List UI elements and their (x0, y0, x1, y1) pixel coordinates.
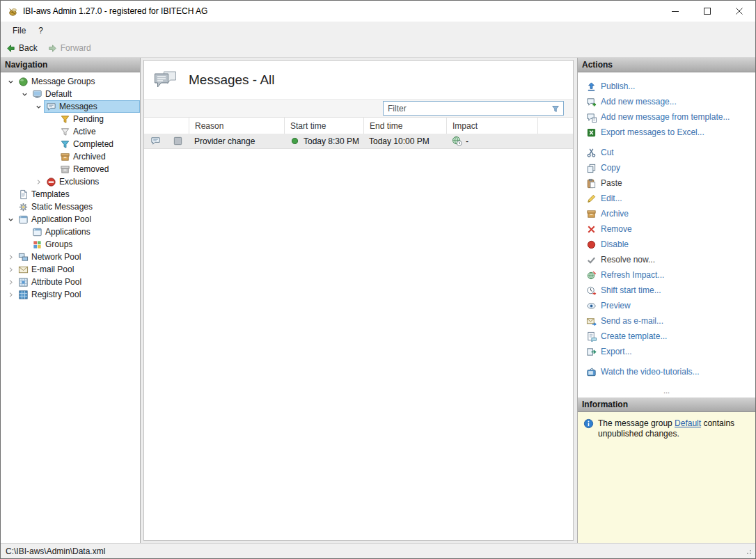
menu-help[interactable]: ? (32, 22, 49, 39)
action-edit[interactable]: Edit... (586, 191, 755, 206)
resize-grip-icon[interactable] (745, 548, 752, 555)
tree-item-templates[interactable]: Templates (5, 188, 140, 200)
tree-item-label: Archived (73, 152, 106, 162)
action-send-as-e-mail[interactable]: Send as e-mail... (586, 313, 755, 329)
tree-item-active[interactable]: Active (5, 125, 140, 138)
filter-strip (144, 99, 573, 118)
action-preview[interactable]: Preview (586, 298, 755, 313)
close-button[interactable] (723, 1, 755, 22)
chevron-right-icon[interactable] (5, 278, 16, 286)
filter-completed-icon (60, 139, 70, 150)
application-pool-icon (18, 214, 29, 225)
export-excel-icon (586, 127, 597, 138)
chevron-right-icon[interactable] (5, 291, 16, 299)
tree-item-completed[interactable]: Completed (5, 138, 140, 150)
add-message-icon (586, 97, 597, 107)
menubar: File ? (1, 22, 755, 39)
start-time-value: Today 8:30 PM (304, 136, 359, 146)
archive-box-icon (60, 152, 70, 162)
maximize-button[interactable] (691, 1, 723, 22)
tree-item-application-pool[interactable]: Application Pool (5, 213, 140, 226)
action-refresh-impact[interactable]: Refresh Impact... (586, 267, 755, 283)
filter-funnel-icon[interactable] (551, 104, 560, 113)
table-body: Provider changeToday 8:30 PMToday 10:00 … (144, 134, 573, 149)
filter-input[interactable] (384, 104, 551, 113)
message-row[interactable]: Provider changeToday 8:30 PMToday 10:00 … (144, 134, 573, 149)
chevron-right-icon[interactable] (33, 178, 44, 186)
back-button[interactable]: Back (6, 43, 38, 54)
remove-icon (586, 224, 597, 235)
chevron-down-icon[interactable] (5, 216, 16, 223)
registry-pool-icon (18, 290, 29, 300)
action-cut[interactable]: Cut (586, 145, 755, 160)
tree-item-label: Active (73, 127, 96, 136)
display-icon (173, 136, 183, 146)
minimize-button[interactable] (659, 1, 691, 22)
tree-item-label: Templates (31, 189, 70, 199)
tree-item-archived[interactable]: Archived (5, 150, 140, 163)
tree-item-content: E-mail Pool (16, 263, 140, 276)
chevron-right-icon[interactable] (5, 266, 16, 274)
tree-item-default[interactable]: Default (5, 88, 140, 100)
action-copy[interactable]: Copy (586, 160, 755, 175)
chevron-down-icon[interactable] (19, 90, 30, 98)
tree-item-applications[interactable]: Applications (5, 226, 140, 238)
window-controls (659, 1, 755, 22)
tree-item-registry-pool[interactable]: Registry Pool (5, 288, 140, 301)
tree-item-static-messages[interactable]: Static Messages (5, 200, 140, 213)
tree-item-exclusions[interactable]: Exclusions (5, 175, 140, 188)
impact-value: - (466, 136, 468, 146)
action-export[interactable]: Export... (586, 344, 755, 359)
tree-item-pending[interactable]: Pending (5, 113, 140, 125)
action-label: Remove (601, 224, 632, 234)
chevron-right-icon[interactable] (5, 253, 16, 261)
back-button-label: Back (19, 43, 38, 53)
tree-item-label: Applications (45, 227, 90, 237)
chevron-down-icon[interactable] (33, 103, 44, 111)
tree-item-label: Attribute Pool (31, 277, 81, 287)
action-shift-start-time[interactable]: Shift start time... (586, 283, 755, 298)
tree-item-label: Removed (73, 164, 109, 174)
action-create-template[interactable]: Create template... (586, 329, 755, 344)
action-resolve-now[interactable]: Resolve now... (586, 252, 755, 267)
titlebar: IBI-aws Admin 1.27.0 - registered for IB… (1, 1, 755, 22)
filter-pending-icon (60, 114, 70, 125)
tree-item-network-pool[interactable]: Network Pool (5, 251, 140, 263)
content-area: Messages - All ReasonStart timeEnd timeI… (141, 58, 577, 543)
information-header: Information (578, 397, 755, 412)
tree-item-attribute-pool[interactable]: Attribute Pool (5, 276, 140, 288)
action-watch-the-video-tutorials[interactable]: Watch the video-tutorials... (586, 364, 755, 379)
start-time-cell: Today 8:30 PM (284, 136, 363, 146)
column-header-impact[interactable]: Impact (446, 118, 537, 134)
chevron-down-icon[interactable] (5, 78, 16, 86)
actions-overflow-indicator[interactable]: ... (578, 388, 755, 397)
attribute-pool-icon (18, 277, 29, 288)
action-add-new-message[interactable]: Add new message... (586, 94, 755, 109)
menu-file[interactable]: File (6, 22, 32, 39)
action-export-messages-to-excel[interactable]: Export messages to Excel... (586, 125, 755, 140)
action-disable[interactable]: Disable (586, 237, 755, 252)
column-header-start-time[interactable]: Start time (284, 118, 363, 134)
action-remove[interactable]: Remove (586, 221, 755, 237)
action-publish[interactable]: Publish... (586, 79, 755, 94)
forward-button[interactable]: Forward (47, 43, 91, 54)
disable-icon (586, 239, 597, 250)
tree-item-message-groups[interactable]: Message Groups (5, 75, 140, 88)
message-target-cell (166, 136, 189, 146)
applications-icon (32, 227, 42, 237)
tree-item-e-mail-pool[interactable]: E-mail Pool (5, 263, 140, 276)
tree-item-removed[interactable]: Removed (5, 163, 140, 175)
action-add-new-message-from-template[interactable]: Add new message from template... (586, 109, 755, 125)
column-header-reason[interactable]: Reason (189, 118, 284, 134)
action-label: Paste (601, 178, 622, 188)
app-logo-icon[interactable] (7, 6, 17, 17)
action-paste[interactable]: Paste (586, 175, 755, 191)
add-message-from-template-icon (586, 112, 597, 123)
paste-icon (586, 178, 597, 189)
action-archive[interactable]: Archive (586, 206, 755, 221)
impact-globe-icon (452, 136, 462, 146)
tree-item-groups[interactable]: Groups (5, 238, 140, 251)
column-header-end-time[interactable]: End time (363, 118, 446, 134)
tree-item-messages[interactable]: Messages (5, 100, 140, 113)
default-group-link[interactable]: Default (675, 418, 701, 428)
